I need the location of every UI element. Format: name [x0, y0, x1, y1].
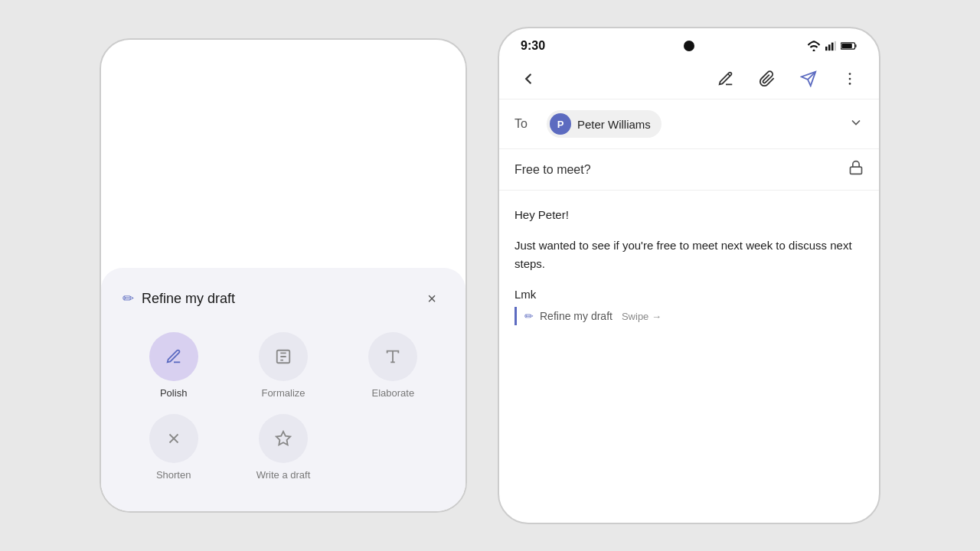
bottom-sheet-title: Refine my draft	[142, 291, 235, 307]
elaborate-label: Elaborate	[371, 387, 414, 399]
right-phone: 9:30	[498, 27, 880, 524]
svg-point-17	[849, 83, 851, 85]
write-draft-icon	[275, 430, 292, 447]
email-lmk-text: Lmk	[514, 285, 864, 304]
ai-edit-icon	[717, 70, 734, 87]
options-grid: Polish Formalize	[122, 332, 444, 481]
left-phone: ✏ Refine my draft × Polish	[100, 38, 467, 513]
svg-marker-5	[276, 432, 290, 445]
bottom-sheet: ✏ Refine my draft × Polish	[101, 268, 466, 511]
email-to-row: To P Peter Williams	[499, 99, 879, 149]
option-shorten[interactable]: Shorten	[122, 414, 224, 481]
svg-point-6	[813, 50, 815, 52]
svg-rect-8	[828, 44, 831, 51]
formalize-label: Formalize	[261, 387, 305, 399]
bottom-sheet-header: ✏ Refine my draft ×	[122, 286, 444, 311]
wifi-icon	[807, 41, 821, 51]
formalize-icon	[275, 348, 292, 365]
svg-point-16	[849, 78, 851, 80]
email-toolbar	[499, 59, 879, 99]
option-elaborate[interactable]: Elaborate	[342, 332, 444, 399]
chevron-down-icon	[848, 115, 864, 130]
recipient-chip[interactable]: P Peter Williams	[547, 110, 662, 138]
polish-icon	[165, 348, 182, 365]
email-subject: Free to meet?	[514, 163, 591, 177]
email-lmk-section: Lmk ✏ Refine my draft Swipe →	[514, 285, 864, 325]
email-subject-row: Free to meet?	[499, 149, 879, 191]
shorten-icon-wrap	[149, 414, 198, 463]
status-icons	[807, 41, 858, 51]
svg-rect-12	[841, 44, 852, 48]
toolbar-left	[514, 65, 542, 93]
back-icon	[520, 70, 537, 87]
elaborate-icon	[384, 348, 401, 365]
send-button[interactable]	[795, 65, 822, 93]
elaborate-icon-wrap	[368, 332, 417, 381]
attach-button[interactable]	[753, 65, 781, 93]
recipient-name: Peter Williams	[577, 118, 651, 131]
write-draft-icon-wrap	[259, 414, 308, 463]
option-write-draft[interactable]: Write a draft	[232, 414, 334, 481]
refine-icon: ✏	[122, 290, 134, 307]
send-icon	[800, 70, 817, 87]
svg-rect-7	[825, 47, 828, 51]
suggestion-edit-icon: ✏	[524, 310, 534, 322]
suggestion-swipe: Swipe →	[622, 311, 662, 322]
write-draft-label: Write a draft	[256, 469, 311, 481]
svg-rect-18	[851, 167, 862, 174]
expand-recipients-button[interactable]	[848, 115, 864, 134]
attach-icon	[759, 70, 776, 87]
shorten-label: Shorten	[156, 469, 191, 481]
recipient-avatar: P	[550, 113, 571, 135]
ai-edit-button[interactable]	[712, 65, 740, 93]
option-formalize[interactable]: Formalize	[232, 332, 334, 399]
signal-icon	[825, 41, 836, 51]
formalize-icon-wrap	[259, 332, 308, 381]
lock-svg	[848, 160, 864, 175]
close-button[interactable]: ×	[420, 286, 444, 311]
inline-suggestion[interactable]: ✏ Refine my draft Swipe →	[514, 307, 864, 325]
title-row: ✏ Refine my draft	[122, 290, 235, 307]
shorten-icon	[165, 430, 182, 447]
lock-icon	[848, 160, 864, 179]
camera-dot	[684, 41, 694, 51]
email-body-main: Just wanted to see if you're free to mee…	[514, 236, 864, 273]
email-body: Hey Peter! Just wanted to see if you're …	[499, 191, 879, 523]
svg-rect-10	[835, 41, 836, 51]
more-button[interactable]	[836, 65, 864, 93]
status-time: 9:30	[521, 39, 545, 53]
back-button[interactable]	[514, 65, 542, 93]
more-icon	[841, 70, 858, 87]
polish-label: Polish	[160, 387, 187, 399]
toolbar-right	[712, 65, 864, 93]
option-polish[interactable]: Polish	[122, 332, 224, 399]
battery-icon	[841, 41, 858, 51]
polish-icon-wrap	[149, 332, 198, 381]
svg-point-15	[849, 73, 851, 75]
suggestion-label: Refine my draft	[540, 310, 612, 322]
status-bar: 9:30	[499, 28, 879, 59]
email-greeting: Hey Peter!	[514, 206, 864, 224]
to-label: To	[514, 117, 537, 131]
left-phone-content: ✏ Refine my draft × Polish	[101, 40, 466, 511]
svg-rect-9	[831, 43, 834, 51]
